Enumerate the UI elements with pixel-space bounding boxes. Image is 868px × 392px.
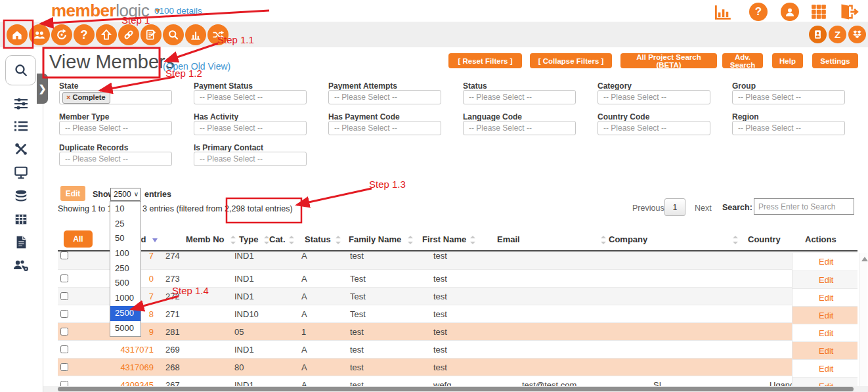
edit-link[interactable]: Edit (819, 257, 833, 267)
country-code-filter[interactable]: -- Please Select -- (597, 121, 710, 135)
sort-desc-icon[interactable] (152, 238, 158, 242)
edit-link[interactable]: Edit (819, 346, 833, 356)
member-id-link[interactable]: 4317071 (110, 345, 154, 355)
memberlogic-logo[interactable]: memberlogic ▾ (51, 1, 160, 21)
category-filter[interactable]: -- Please Select -- (597, 90, 710, 104)
column-header-company[interactable]: Company (609, 234, 647, 244)
table-row[interactable]: 4317071 269 IND1 A test test (58, 340, 857, 358)
has-activity-filter[interactable]: -- Please Select -- (194, 121, 307, 135)
pagination-previous[interactable]: Previous (632, 204, 664, 213)
column-header-family-name[interactable]: Family Name (349, 234, 401, 244)
edit-button[interactable]: Edit (60, 186, 85, 201)
settings-button[interactable]: Settings (812, 53, 858, 68)
sort-icon[interactable] (408, 236, 413, 244)
all-project-search-button[interactable]: All Project Search (BETA) (620, 53, 717, 68)
form-icon[interactable] (141, 24, 162, 45)
id-card-icon[interactable] (809, 26, 827, 43)
duplicate-records-filter[interactable]: -- Please Select -- (59, 152, 172, 166)
edit-link[interactable]: Edit (819, 381, 833, 386)
column-header-type[interactable]: Type (239, 234, 258, 244)
horizontal-scrollbar[interactable] (43, 386, 868, 392)
row-checkbox[interactable] (60, 274, 68, 282)
sidebar-search-icon[interactable] (5, 55, 36, 85)
has-payment-code-filter[interactable]: -- Please Select -- (328, 121, 441, 135)
table-row[interactable]: 7 272 IND1 A Test test (58, 287, 857, 305)
horizontal-scrollbar-thumb[interactable] (58, 387, 854, 391)
row-checkbox[interactable] (60, 381, 68, 386)
row-checkbox[interactable] (60, 310, 68, 318)
filter-sliders-icon[interactable] (9, 95, 33, 113)
pagination-next[interactable]: Next (695, 204, 712, 213)
table-row[interactable]: 0 273 IND1 A Test test (58, 269, 857, 287)
open-old-view-link[interactable]: (Open Old View) (163, 61, 230, 72)
sort-icon[interactable] (733, 236, 738, 244)
member-type-filter[interactable]: -- Please Select -- (59, 121, 172, 135)
page-size-option-1000[interactable]: 1000 (110, 291, 141, 306)
edit-link[interactable]: Edit (819, 364, 833, 374)
edit-link[interactable]: Edit (819, 328, 833, 338)
zendesk-icon[interactable]: Z (829, 26, 846, 43)
row-checkbox[interactable] (60, 363, 68, 371)
chip-remove-icon[interactable]: × (66, 93, 70, 101)
help-button[interactable]: Help (772, 53, 803, 68)
payment-attempts-filter[interactable]: -- Please Select -- (328, 90, 441, 104)
details-link[interactable]: 0100 details (154, 6, 202, 16)
row-checkbox[interactable] (60, 345, 68, 353)
column-header-country[interactable]: Country (748, 234, 781, 244)
search-icon[interactable] (163, 24, 184, 45)
dropbox-icon[interactable] (848, 26, 866, 43)
row-checkbox[interactable] (60, 328, 68, 336)
list-icon[interactable] (9, 117, 33, 135)
page-size-option-500[interactable]: 500 (110, 276, 141, 291)
home-icon[interactable] (7, 24, 28, 45)
sort-icon[interactable] (230, 236, 236, 244)
document-icon[interactable] (9, 233, 33, 251)
sort-icon[interactable] (289, 236, 294, 244)
row-checkbox[interactable] (60, 292, 68, 300)
page-size-option-10[interactable]: 10 (110, 202, 141, 217)
reset-filters-button[interactable]: [ Reset Filters ] (448, 53, 522, 68)
page-size-option-50[interactable]: 50 (110, 231, 141, 246)
table-row-highlighted[interactable]: 9 281 05 1 test test (58, 322, 857, 340)
monitor-icon[interactable] (9, 163, 33, 182)
column-header-email[interactable]: Email (497, 234, 520, 244)
column-header-status[interactable]: Status (305, 234, 331, 244)
row-checkbox[interactable] (60, 251, 68, 259)
page-size-option-25[interactable]: 25 (110, 217, 141, 232)
upload-icon[interactable] (96, 24, 117, 45)
page-size-option-100[interactable]: 100 (110, 246, 141, 261)
chart-icon[interactable] (185, 24, 206, 45)
member-id-link[interactable]: 4309345 (110, 380, 154, 386)
sort-icon[interactable] (470, 236, 475, 244)
language-code-filter[interactable]: -- Please Select -- (463, 121, 576, 135)
state-filter-field[interactable]: ×Complete (59, 90, 172, 104)
table-row[interactable]: 4309345 267 IND1 A test wefg test@test.c… (58, 376, 857, 386)
link-icon[interactable] (118, 24, 139, 45)
payment-status-filter[interactable]: -- Please Select -- (194, 90, 307, 104)
sort-icon[interactable] (336, 236, 341, 244)
database-icon[interactable] (9, 187, 33, 206)
reports-chart-icon[interactable] (713, 3, 733, 22)
tools-icon[interactable] (9, 140, 33, 158)
help-icon[interactable]: ? (749, 2, 768, 22)
page-size-option-2500-selected[interactable]: 2500 (110, 306, 141, 321)
page-size-option-5000[interactable]: 5000 (110, 321, 141, 336)
page-size-select[interactable]: 2500 ∨ (110, 188, 141, 201)
table-row[interactable]: 7 274 IND1 A test test (58, 251, 857, 269)
page-size-option-250[interactable]: 250 (110, 261, 141, 276)
user-groups-icon[interactable] (9, 256, 33, 274)
logout-icon[interactable] (839, 2, 859, 22)
region-filter[interactable]: -- Please Select -- (732, 121, 845, 135)
is-primary-contact-filter[interactable]: -- Please Select -- (194, 152, 307, 166)
table-row[interactable]: 8 271 IND10 A Test test (58, 305, 857, 322)
status-filter[interactable]: -- Please Select -- (463, 90, 576, 104)
edit-link[interactable]: Edit (819, 275, 833, 285)
sync-icon[interactable] (51, 24, 72, 45)
vertical-scrollbar[interactable] (859, 253, 867, 386)
edit-link[interactable]: Edit (819, 293, 833, 303)
sidebar-expander-handle[interactable]: ❯ (37, 74, 48, 104)
sort-icon[interactable] (264, 236, 269, 244)
members-icon[interactable] (29, 24, 50, 45)
select-all-button[interactable]: All (64, 230, 93, 248)
table-row-highlighted[interactable]: 4317069 268 80 A test test (58, 358, 857, 376)
